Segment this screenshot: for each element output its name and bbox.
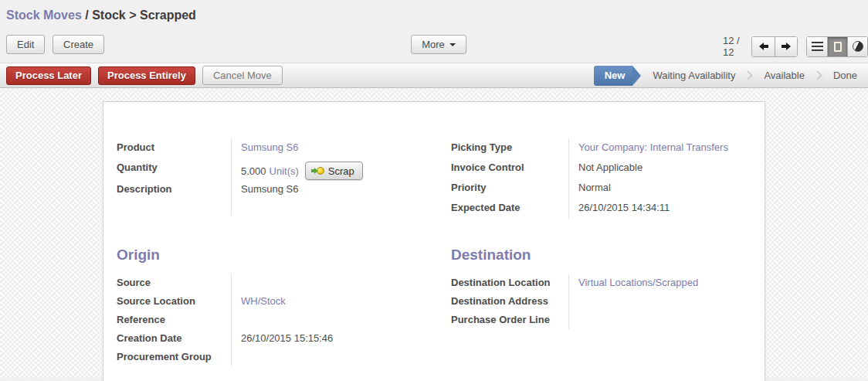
source-location-link[interactable]: WH/Stock bbox=[241, 295, 286, 307]
quantity-value: 5.000 bbox=[241, 165, 266, 177]
arrow-left-icon bbox=[759, 43, 768, 50]
breadcrumb-current: Stock > Scrapped bbox=[92, 9, 196, 22]
field-spacer bbox=[117, 200, 451, 216]
toolbar: Edit Create More 12 / 12 bbox=[0, 29, 868, 63]
breadcrumb: Stock Moves / Stock > Scrapped bbox=[0, 0, 868, 29]
pager-area: 12 / 12 bbox=[723, 35, 868, 58]
list-view-button[interactable] bbox=[807, 37, 827, 56]
process-entirely-button[interactable]: Process Entirely bbox=[98, 66, 195, 85]
creation-date-value: 26/10/2015 15:15:46 bbox=[241, 332, 333, 344]
field-procurement-group: Procurement Group bbox=[117, 348, 451, 366]
more-label: More bbox=[422, 39, 445, 50]
product-link[interactable]: Sumsung S6 bbox=[241, 141, 298, 153]
destination-location-link[interactable]: Virtual Locations/Scrapped bbox=[578, 277, 698, 288]
destination-section-title: Destination bbox=[451, 247, 752, 264]
main-fields-left: Product Sumsung S6 Quantity 5.000 Unit(s… bbox=[117, 138, 451, 219]
field-label: Procurement Group bbox=[117, 348, 231, 362]
state-progressbar: New Waiting Availability Available Done bbox=[594, 66, 862, 86]
pager-nav-group bbox=[751, 36, 798, 57]
field-expected-date: Expected Date 26/10/2015 14:34:11 bbox=[451, 199, 752, 219]
field-product: Product Sumsung S6 bbox=[117, 138, 451, 158]
state-done: Done bbox=[833, 70, 857, 81]
field-purchase-order-line: Purchase Order Line bbox=[451, 311, 752, 329]
content-background: Product Sumsung S6 Quantity 5.000 Unit(s… bbox=[0, 88, 868, 378]
field-label: Creation Date bbox=[117, 329, 231, 344]
form-view-button[interactable] bbox=[827, 37, 847, 56]
field-description: Description Sumsung S6 bbox=[117, 180, 451, 200]
field-label: Quantity bbox=[117, 158, 231, 173]
description-value: Sumsung S6 bbox=[241, 183, 298, 195]
arrow-right-icon bbox=[782, 43, 791, 50]
form-icon bbox=[834, 42, 842, 52]
scrap-button-label: Scrap bbox=[328, 165, 354, 177]
field-label: Priority bbox=[451, 179, 568, 193]
origin-section: Origin Source Source Location WH/Stock R… bbox=[117, 247, 451, 366]
field-label: Product bbox=[117, 138, 231, 153]
origin-destination-sections: Origin Source Source Location WH/Stock R… bbox=[117, 247, 752, 366]
invoice-control-value: Not Applicable bbox=[578, 162, 643, 173]
graph-view-button[interactable] bbox=[847, 37, 867, 56]
field-priority: Priority Normal bbox=[451, 179, 752, 199]
origin-section-title: Origin bbox=[117, 247, 451, 264]
field-reference: Reference bbox=[117, 311, 451, 329]
scrap-icon bbox=[311, 166, 324, 175]
field-label: Destination Address bbox=[451, 292, 568, 307]
expected-date-value: 26/10/2015 14:34:11 bbox=[578, 202, 670, 213]
field-label: Reference bbox=[117, 311, 231, 325]
unit-of-measure-link[interactable]: Unit(s) bbox=[270, 165, 299, 177]
state-waiting-availability: Waiting Availability bbox=[653, 70, 735, 81]
field-label: Purchase Order Line bbox=[451, 311, 568, 325]
field-invoice-control: Invoice Control Not Applicable bbox=[451, 158, 752, 179]
form-sheet: Product Sumsung S6 Quantity 5.000 Unit(s… bbox=[103, 101, 765, 381]
view-switcher bbox=[806, 36, 868, 57]
breadcrumb-separator: / bbox=[85, 9, 92, 22]
main-fields-right: Picking Type Your Company: Internal Tran… bbox=[451, 138, 752, 219]
field-source-location: Source Location WH/Stock bbox=[117, 292, 451, 311]
destination-section: Destination Destination Location Virtual… bbox=[451, 247, 752, 366]
field-label: Invoice Control bbox=[451, 158, 568, 173]
field-label: Expected Date bbox=[451, 199, 568, 213]
chevron-right-icon bbox=[744, 70, 754, 80]
breadcrumb-parent-link[interactable]: Stock Moves bbox=[6, 9, 82, 22]
chevron-down-icon bbox=[449, 43, 456, 46]
field-destination-address: Destination Address bbox=[451, 292, 752, 311]
state-new-active: New bbox=[594, 66, 633, 86]
field-picking-type: Picking Type Your Company: Internal Tran… bbox=[451, 138, 752, 158]
pager-previous-button[interactable] bbox=[752, 37, 775, 56]
cancel-move-button[interactable]: Cancel Move bbox=[202, 66, 283, 85]
field-destination-location: Destination Location Virtual Locations/S… bbox=[451, 274, 752, 292]
field-label: Picking Type bbox=[451, 138, 568, 153]
pager-next-button[interactable] bbox=[775, 37, 797, 56]
list-icon bbox=[812, 42, 823, 51]
field-source: Source bbox=[117, 274, 451, 292]
main-fields: Product Sumsung S6 Quantity 5.000 Unit(s… bbox=[117, 138, 752, 219]
pie-chart-icon bbox=[853, 41, 863, 52]
pager-value: 12 / 12 bbox=[723, 35, 741, 58]
field-label: Source bbox=[117, 274, 231, 288]
field-label: Source Location bbox=[117, 292, 231, 307]
priority-value: Normal bbox=[578, 182, 611, 193]
process-later-button[interactable]: Process Later bbox=[6, 66, 91, 85]
field-creation-date: Creation Date 26/10/2015 15:15:46 bbox=[117, 329, 451, 348]
field-label: Description bbox=[117, 180, 231, 195]
field-label: Destination Location bbox=[451, 274, 568, 288]
chevron-right-icon bbox=[812, 70, 822, 80]
picking-type-link[interactable]: Your Company: Internal Transfers bbox=[578, 141, 728, 153]
more-dropdown-button[interactable]: More bbox=[411, 35, 466, 54]
create-button[interactable]: Create bbox=[53, 35, 104, 54]
edit-button[interactable]: Edit bbox=[6, 35, 45, 54]
state-available: Available bbox=[764, 70, 805, 81]
field-quantity: Quantity 5.000 Unit(s) Scrap bbox=[117, 158, 451, 180]
scrap-button[interactable]: Scrap bbox=[305, 162, 363, 180]
statusbar: Process Later Process Entirely Cancel Mo… bbox=[0, 63, 868, 88]
